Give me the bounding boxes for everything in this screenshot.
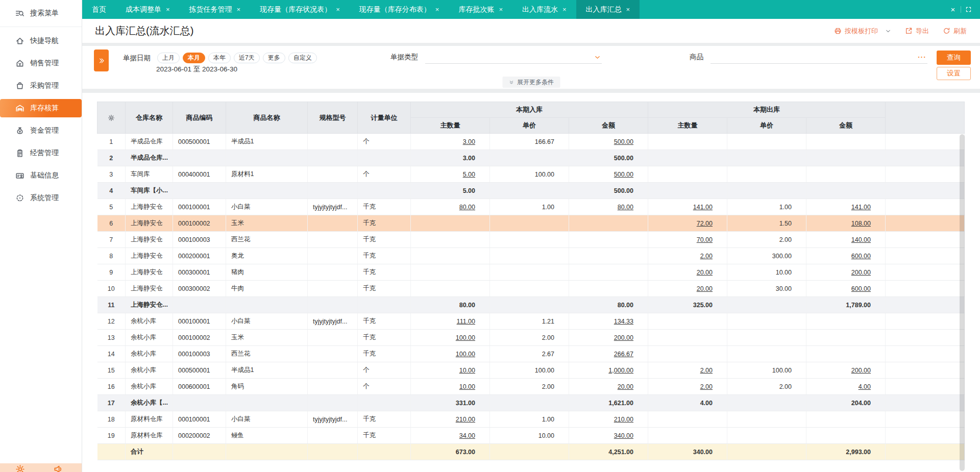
tab-8[interactable]: 出入库汇总× — [576, 0, 640, 19]
sidebar-item-9[interactable]: 系统管理 — [0, 189, 82, 207]
cell-out-amount[interactable]: 4.00 — [806, 379, 886, 395]
table-row[interactable]: 13余杭小库000100002玉米千克100.002.00200.00 — [97, 330, 965, 346]
cell-out-qty[interactable]: 20.00 — [648, 281, 727, 297]
cell-in-qty[interactable]: 10.00 — [411, 362, 490, 379]
cell-in-amount[interactable]: 266.67 — [569, 346, 648, 362]
drilldown-link[interactable]: 100.00 — [456, 351, 475, 358]
date-pill-本月[interactable]: 本月 — [183, 53, 205, 63]
collapse-filter-button[interactable] — [94, 49, 109, 71]
drilldown-link[interactable]: 80.00 — [618, 204, 633, 211]
tab-6[interactable]: 库存批次账× — [449, 0, 512, 19]
cell-in-qty[interactable]: 34.00 — [411, 428, 490, 444]
drilldown-link[interactable]: 210.00 — [456, 416, 475, 423]
drilldown-link[interactable]: 5.00 — [463, 171, 475, 178]
drilldown-link[interactable]: 20.00 — [697, 285, 713, 292]
tab-4[interactable]: 现存量（库存状况表）× — [250, 0, 350, 19]
sub-header-out-2[interactable]: 单价 — [727, 118, 806, 134]
cell-out-qty[interactable]: 20.00 — [648, 264, 727, 281]
cell-out-qty[interactable]: 2.00 — [648, 248, 727, 264]
cell-in-amount[interactable]: 500.00 — [569, 134, 648, 150]
column-header-5[interactable]: 计量单位 — [358, 102, 411, 134]
close-icon[interactable]: × — [626, 6, 630, 13]
date-pill-上月[interactable]: 上月 — [157, 53, 180, 63]
column-header-2[interactable]: 商品编码 — [173, 102, 226, 134]
subtotal-row[interactable]: 11上海静安仓...80.0080.00325.001,789.00 — [97, 297, 965, 313]
drilldown-link[interactable]: 72.00 — [697, 220, 713, 227]
cell-out-amount[interactable]: 141.00 — [806, 199, 886, 215]
sub-header-in-3[interactable]: 金额 — [569, 118, 648, 134]
cell-in-amount[interactable]: 80.00 — [569, 199, 648, 215]
header-action-1[interactable]: 按模板打印 — [834, 27, 891, 36]
table-row[interactable]: 12余杭小库000100001小白菜tyjyjtyjtyjdf...千克111.… — [97, 313, 965, 330]
table-row[interactable]: 7上海静安仓000100003西兰花千克70.002.00140.00 — [97, 232, 965, 248]
drilldown-link[interactable]: 1,000.00 — [608, 367, 633, 374]
date-pill-本年[interactable]: 本年 — [208, 53, 231, 63]
date-pill-自定义[interactable]: 自定义 — [288, 53, 317, 63]
ellipsis-icon[interactable]: ... — [918, 52, 926, 59]
table-row[interactable]: 19原材料仓库000200002鳗鱼千克34.0010.00340.00 — [97, 428, 965, 444]
drilldown-link[interactable]: 200.00 — [614, 334, 633, 341]
close-icon[interactable]: × — [499, 6, 503, 13]
drilldown-link[interactable]: 200.00 — [851, 367, 871, 374]
drilldown-link[interactable]: 34.00 — [459, 432, 475, 439]
drilldown-link[interactable]: 600.00 — [851, 253, 871, 260]
date-pill-更多[interactable]: 更多 — [263, 53, 285, 63]
cell-out-amount[interactable]: 200.00 — [806, 264, 886, 281]
subtotal-row[interactable]: 4车间库【小...5.00500.00 — [97, 183, 965, 199]
search-button[interactable]: 查询 — [937, 51, 971, 65]
cell-in-amount[interactable]: 1,000.00 — [569, 362, 648, 379]
sub-header-in-2[interactable]: 单价 — [490, 118, 569, 134]
cell-out-amount[interactable]: 600.00 — [806, 281, 886, 297]
drilldown-link[interactable]: 2.00 — [700, 383, 713, 390]
cell-out-qty[interactable]: 2.00 — [648, 379, 727, 395]
tab-5[interactable]: 现存量（库存分布表）× — [350, 0, 449, 19]
drilldown-link[interactable]: 210.00 — [614, 416, 633, 423]
drilldown-link[interactable]: 2.00 — [700, 367, 713, 374]
cell-out-qty[interactable]: 70.00 — [648, 232, 727, 248]
cell-in-qty[interactable]: 210.00 — [411, 411, 490, 428]
cell-in-qty[interactable]: 111.00 — [411, 313, 490, 330]
drilldown-link[interactable]: 500.00 — [614, 171, 633, 178]
vertical-scrollbar[interactable] — [960, 134, 965, 471]
cell-in-qty[interactable]: 80.00 — [411, 199, 490, 215]
cell-in-amount[interactable]: 20.00 — [569, 379, 648, 395]
total-row[interactable]: 合计673.004,251.00340.002,993.00 — [97, 444, 965, 460]
drilldown-link[interactable]: 600.00 — [851, 285, 871, 292]
cell-in-qty[interactable]: 100.00 — [411, 346, 490, 362]
sub-header-out-3[interactable]: 金额 — [806, 118, 886, 134]
gear-icon[interactable] — [15, 464, 25, 472]
header-action-2[interactable]: 导出 — [905, 27, 929, 36]
sidebar-item-2[interactable]: 快捷导航 — [0, 32, 82, 50]
cell-in-amount[interactable]: 134.33 — [569, 313, 648, 330]
close-icon[interactable]: × — [562, 6, 567, 13]
close-icon[interactable]: × — [237, 6, 241, 13]
cell-in-amount[interactable]: 210.00 — [569, 411, 648, 428]
cell-out-amount[interactable]: 200.00 — [806, 362, 886, 379]
table-row[interactable]: 16余杭小库000600001角码个10.002.0020.002.002.00… — [97, 379, 965, 395]
drilldown-link[interactable]: 10.00 — [459, 383, 475, 390]
drilldown-link[interactable]: 70.00 — [697, 236, 713, 243]
drilldown-link[interactable]: 20.00 — [618, 383, 633, 390]
chevron-down-icon[interactable] — [594, 54, 601, 61]
sub-header-out-1[interactable]: 主数量 — [648, 118, 727, 134]
subtotal-row[interactable]: 2半成品仓库...3.00500.00 — [97, 150, 965, 166]
maximize-icon[interactable] — [961, 6, 976, 13]
cell-out-qty[interactable]: 2.00 — [648, 362, 727, 379]
cell-in-amount[interactable]: 340.00 — [569, 428, 648, 444]
table-row[interactable]: 14余杭小库000100003西兰花千克100.002.67266.67 — [97, 346, 965, 362]
table-row[interactable]: 8上海静安仓000200001奥龙千克2.00300.00600.00 — [97, 248, 965, 264]
sidebar-item-6[interactable]: 资金管理 — [0, 121, 82, 140]
cell-in-qty[interactable]: 100.00 — [411, 330, 490, 346]
settings-button[interactable]: 设置 — [937, 67, 971, 80]
date-pill-近7天[interactable]: 近7天 — [234, 53, 260, 63]
cell-out-qty[interactable]: 141.00 — [648, 199, 727, 215]
cell-in-qty[interactable]: 10.00 — [411, 379, 490, 395]
drilldown-link[interactable]: 141.00 — [693, 204, 713, 211]
sidebar-item-3[interactable]: 销售管理 — [0, 54, 82, 72]
product-input[interactable]: ... — [710, 53, 927, 64]
sidebar-item-4[interactable]: 采购管理 — [0, 77, 82, 95]
drilldown-link[interactable]: 140.00 — [851, 236, 871, 243]
drilldown-link[interactable]: 500.00 — [614, 138, 633, 145]
cell-in-amount[interactable]: 500.00 — [569, 166, 648, 183]
sidebar-item-5[interactable]: 库存核算 — [0, 99, 82, 117]
